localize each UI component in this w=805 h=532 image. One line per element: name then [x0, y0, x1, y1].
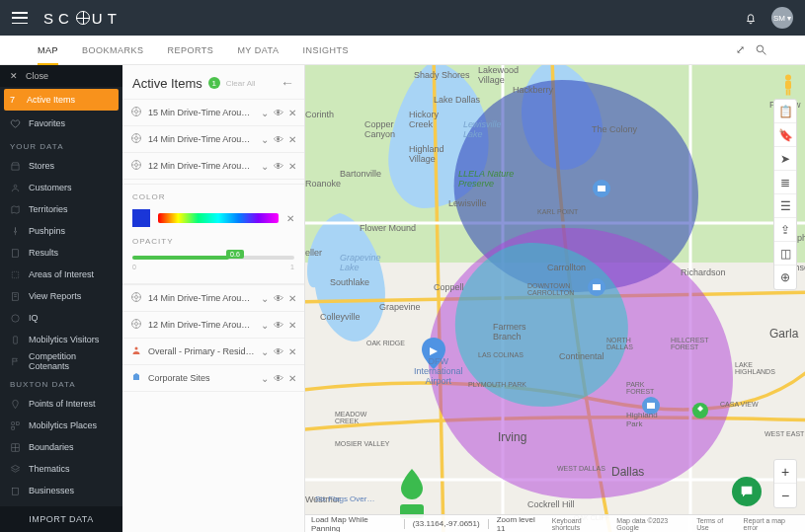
hamburger-menu[interactable]: [12, 12, 28, 24]
chevron-down-icon[interactable]: ⌄: [261, 346, 269, 357]
places-icon: [10, 420, 21, 431]
active-count: 7: [10, 95, 15, 105]
tool-stack[interactable]: ☰: [774, 194, 796, 218]
eye-icon[interactable]: 👁: [274, 134, 283, 145]
tool-globe[interactable]: ⊕: [774, 266, 796, 289]
tab-mydata[interactable]: MY DATA: [237, 36, 279, 64]
svg-rect-37: [785, 81, 791, 90]
heart-icon: [10, 118, 21, 129]
tool-export[interactable]: ⇪: [774, 218, 796, 242]
label-dfw: DFW International Airport: [414, 356, 463, 386]
item-row[interactable]: 12 Min Drive-Time Around …⌄👁✕: [122, 152, 304, 180]
pegman-icon[interactable]: [779, 73, 797, 97]
close-icon[interactable]: ✕: [288, 161, 296, 172]
user-avatar[interactable]: SM▾: [771, 7, 793, 29]
nav-businesses[interactable]: Businesses: [0, 480, 122, 501]
nav-poi[interactable]: Points of Interest: [0, 393, 122, 415]
nav-iq[interactable]: IQ: [0, 307, 122, 329]
nav-aoi[interactable]: Areas of Interest: [0, 264, 122, 285]
footer-report[interactable]: Report a map error: [744, 517, 799, 531]
item-row[interactable]: Corporate Sites⌄👁✕: [122, 364, 304, 392]
tool-clipboard[interactable]: 📋: [774, 100, 796, 123]
search-icon[interactable]: [755, 43, 767, 56]
left-nav: ✕ Close 7 Active Items Favorites YOUR DA…: [0, 65, 122, 532]
chevron-down-icon[interactable]: ⌄: [261, 373, 269, 384]
item-label: Overall - Primary - Resident…: [148, 346, 255, 356]
nav-stores[interactable]: Stores: [0, 155, 122, 177]
item-row[interactable]: 12 Min Drive-Time Around …⌄👁✕: [122, 311, 304, 338]
color-swatch[interactable]: [132, 209, 150, 227]
color-close-icon[interactable]: ✕: [286, 213, 294, 224]
import-data-button[interactable]: IMPORT DATA: [0, 506, 122, 532]
eye-icon[interactable]: 👁: [274, 293, 283, 304]
item-row[interactable]: Overall - Primary - Resident…⌄👁✕: [122, 338, 304, 364]
eye-icon[interactable]: 👁: [274, 320, 283, 331]
eye-icon[interactable]: 👁: [274, 373, 283, 384]
back-arrow-icon[interactable]: ←: [281, 75, 294, 91]
nav-thematics[interactable]: Thematics: [0, 458, 122, 480]
panel-title: Active Items: [132, 76, 202, 91]
close-icon[interactable]: ✕: [288, 373, 296, 384]
eye-icon[interactable]: 👁: [274, 108, 283, 118]
chat-fab[interactable]: [732, 477, 762, 506]
nav-territories[interactable]: Territories: [0, 198, 122, 220]
tab-map[interactable]: MAP: [38, 36, 58, 65]
notifications-icon[interactable]: [744, 10, 758, 26]
chevron-down-icon[interactable]: ⌄: [261, 134, 269, 145]
eye-icon[interactable]: 👁: [274, 346, 283, 357]
tab-bookmarks[interactable]: BOOKMARKS: [82, 36, 144, 64]
tool-layers[interactable]: ≣: [774, 171, 796, 194]
nav-customers[interactable]: Customers: [0, 177, 122, 198]
svg-point-18: [135, 164, 138, 167]
tab-insights[interactable]: INSIGHTS: [302, 36, 349, 64]
nav-boundaries[interactable]: Boundaries: [0, 436, 122, 458]
item-row[interactable]: 14 Min Drive-Time Around …⌄👁✕: [122, 125, 304, 152]
close-icon[interactable]: ✕: [288, 134, 296, 145]
label-continental: Continental: [559, 351, 604, 361]
close-label: Close: [26, 71, 48, 81]
label-grapevine: Grapevine: [379, 302, 421, 312]
svg-rect-3: [12, 249, 18, 256]
nav-places[interactable]: Mobilytics Places: [0, 415, 122, 436]
item-row[interactable]: 15 Min Drive-Time Around …⌄👁✕: [122, 99, 304, 125]
status-load[interactable]: Load Map While Panning: [311, 515, 396, 533]
nav-results[interactable]: Results: [0, 242, 122, 264]
zoom-out-button[interactable]: −: [774, 484, 796, 507]
chevron-down-icon[interactable]: ⌄: [261, 293, 269, 304]
expand-icon[interactable]: ⤢: [736, 43, 745, 56]
clear-all-button[interactable]: Clear All: [226, 79, 256, 88]
nav-competition[interactable]: Competition Cotenants: [0, 350, 122, 372]
nav-viewreports[interactable]: View Reports: [0, 285, 122, 307]
tab-reports[interactable]: REPORTS: [168, 36, 214, 64]
eye-icon[interactable]: 👁: [274, 161, 283, 172]
label-lakehigh: LAKE HIGHLANDS: [735, 361, 775, 375]
zoom-in-button[interactable]: +: [774, 460, 796, 484]
item-row[interactable]: 14 Min Drive-Time Around …⌄👁✕: [122, 284, 304, 311]
chevron-down-icon[interactable]: ⌄: [261, 108, 269, 118]
nav-favorites[interactable]: Favorites: [0, 113, 122, 134]
chevron-down-icon[interactable]: ⌄: [261, 320, 269, 331]
tool-split[interactable]: ◫: [774, 242, 796, 266]
svg-rect-9: [16, 421, 19, 424]
close-icon[interactable]: ✕: [288, 320, 296, 331]
close-icon[interactable]: ✕: [288, 346, 296, 357]
svg-line-1: [763, 51, 765, 54]
nav-active-items[interactable]: 7 Active Items: [4, 89, 119, 111]
report-icon: [10, 291, 21, 302]
color-spectrum[interactable]: [158, 213, 279, 223]
nav-mobilytics[interactable]: Mobilytics Visitors: [0, 329, 122, 350]
nav-pushpins[interactable]: Pushpins: [0, 220, 122, 242]
tool-bookmark[interactable]: 🔖: [774, 123, 796, 147]
label-northdallas: NORTH DALLAS: [606, 337, 633, 350]
footer-terms[interactable]: Terms of Use: [696, 517, 735, 531]
label-irving: Irving: [498, 430, 526, 444]
opacity-slider[interactable]: 0.6: [132, 256, 294, 260]
close-icon[interactable]: ✕: [288, 108, 296, 118]
opacity-value[interactable]: 0.6: [226, 250, 244, 259]
map[interactable]: Dallas Irving Garla lano Lewisville Flow…: [305, 65, 805, 532]
tool-cursor[interactable]: ➤: [774, 147, 796, 171]
chevron-down-icon[interactable]: ⌄: [261, 161, 269, 172]
footer-shortcuts[interactable]: Keyboard shortcuts: [552, 517, 609, 531]
close-icon[interactable]: ✕: [288, 293, 296, 304]
close-panel[interactable]: ✕ Close: [0, 65, 122, 87]
